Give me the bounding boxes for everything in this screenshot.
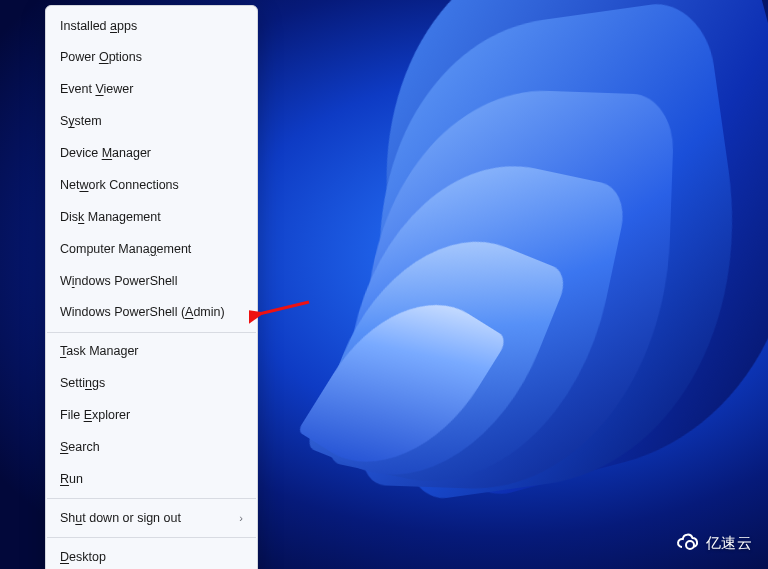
watermark: 亿速云	[676, 531, 753, 555]
menu-item-13[interactable]: Search	[46, 431, 257, 463]
menu-item-2[interactable]: Event Viewer	[46, 74, 257, 106]
menu-item-label: Computer Management	[60, 241, 191, 258]
menu-item-10[interactable]: Task Manager	[46, 336, 257, 368]
menu-item-label: Settings	[60, 375, 105, 392]
menu-item-label: Installed apps	[60, 18, 137, 35]
menu-item-label: Network Connections	[60, 177, 179, 194]
menu-item-label: Device Manager	[60, 145, 151, 162]
menu-item-16[interactable]: Desktop	[46, 541, 257, 569]
watermark-text: 亿速云	[706, 534, 753, 553]
menu-item-12[interactable]: File Explorer	[46, 400, 257, 432]
menu-item-14[interactable]: Run	[46, 463, 257, 495]
menu-item-label: Power Options	[60, 49, 142, 66]
menu-separator	[47, 537, 256, 538]
menu-item-15[interactable]: Shut down or sign out›	[46, 502, 257, 534]
menu-item-11[interactable]: Settings	[46, 368, 257, 400]
menu-item-label: Run	[60, 471, 83, 488]
menu-item-label: Search	[60, 439, 100, 456]
menu-item-4[interactable]: Device Manager	[46, 138, 257, 170]
menu-item-label: Shut down or sign out	[60, 510, 181, 527]
menu-item-6[interactable]: Disk Management	[46, 201, 257, 233]
menu-separator	[47, 498, 256, 499]
menu-item-8[interactable]: Windows PowerShell	[46, 265, 257, 297]
menu-item-label: Desktop	[60, 549, 106, 566]
menu-item-label: Windows PowerShell (Admin)	[60, 304, 225, 321]
menu-item-9[interactable]: Windows PowerShell (Admin)	[46, 297, 257, 329]
cloud-icon	[676, 531, 700, 555]
menu-item-5[interactable]: Network Connections	[46, 169, 257, 201]
menu-item-1[interactable]: Power Options	[46, 42, 257, 74]
winx-context-menu[interactable]: Installed appsPower OptionsEvent ViewerS…	[45, 5, 258, 569]
menu-item-label: Windows PowerShell	[60, 273, 177, 290]
menu-item-7[interactable]: Computer Management	[46, 233, 257, 265]
menu-item-label: Event Viewer	[60, 81, 133, 98]
menu-item-label: System	[60, 113, 102, 130]
menu-item-label: Task Manager	[60, 343, 139, 360]
menu-item-label: File Explorer	[60, 407, 130, 424]
menu-item-3[interactable]: System	[46, 106, 257, 138]
chevron-right-icon: ›	[239, 511, 243, 526]
menu-item-label: Disk Management	[60, 209, 161, 226]
menu-separator	[47, 332, 256, 333]
svg-point-1	[686, 541, 694, 549]
menu-item-0[interactable]: Installed apps	[46, 10, 257, 42]
